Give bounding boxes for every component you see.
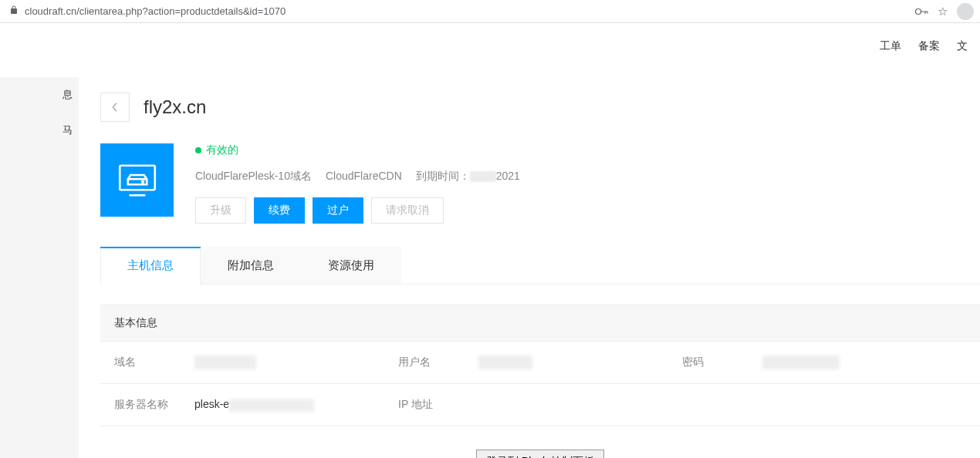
cell-ip: IP 地址 — [398, 398, 682, 412]
value-password-redacted — [762, 355, 840, 369]
svg-point-0 — [916, 8, 921, 14]
product-icon — [100, 143, 174, 217]
value-server-redacted — [229, 399, 314, 412]
tab-resource-usage[interactable]: 资源使用 — [301, 247, 401, 284]
summary-row: 有效的 CloudFlarePlesk-10域名 CloudFlareCDN 到… — [100, 143, 980, 224]
basic-info-section: 基本信息 域名 用户名 密码 服务器名称 plesk-e — [100, 305, 980, 458]
cell-empty — [682, 398, 966, 412]
value-domain-redacted — [194, 355, 256, 369]
star-icon[interactable]: ☆ — [938, 5, 948, 19]
sidebar-item-2[interactable]: 马 — [0, 113, 79, 148]
tab-addon-info[interactable]: 附加信息 — [201, 247, 301, 284]
summary-body: 有效的 CloudFlarePlesk-10域名 CloudFlareCDN 到… — [195, 143, 980, 224]
value-server: plesk-e — [194, 398, 314, 411]
meta-expire: 到期时间：2021 — [416, 170, 520, 184]
status-dot-icon — [195, 147, 201, 153]
key-icon[interactable] — [914, 5, 928, 18]
main-content: fly2x.cn 有效的 CloudFlarePlesk-10域名 CloudF… — [100, 93, 980, 458]
upgrade-button[interactable]: 升级 — [195, 197, 246, 224]
nav-docs[interactable]: 文 — [957, 39, 968, 53]
basic-info-title: 基本信息 — [100, 305, 980, 342]
svg-rect-1 — [120, 165, 155, 190]
info-row-2: 服务器名称 plesk-e IP 地址 — [100, 384, 980, 426]
left-sidebar: 息 马 — [0, 77, 79, 458]
label-password: 密码 — [682, 355, 736, 369]
nav-beian[interactable]: 备案 — [918, 39, 940, 53]
sidebar-item-1[interactable]: 息 — [0, 77, 79, 113]
back-button[interactable] — [100, 93, 130, 122]
redacted-date — [470, 171, 496, 182]
cancel-request-button[interactable]: 请求取消 — [371, 197, 444, 224]
plesk-login-button[interactable]: 登录到 Plesk 控制面板 — [476, 450, 604, 458]
transfer-button[interactable]: 过户 — [313, 197, 363, 224]
status-line: 有效的 — [195, 143, 980, 157]
renew-button[interactable]: 续费 — [254, 197, 305, 224]
cell-server: 服务器名称 plesk-e — [114, 398, 398, 412]
label-server: 服务器名称 — [114, 398, 168, 412]
addr-right-icons: ☆ — [914, 3, 974, 20]
cell-username: 用户名 — [398, 355, 682, 369]
value-username-redacted — [478, 355, 532, 369]
cell-domain: 域名 — [114, 355, 398, 369]
svg-point-2 — [141, 180, 143, 182]
status-text: 有效的 — [206, 143, 238, 157]
top-nav: 工单 备案 文 — [880, 23, 980, 69]
tabs: 主机信息 附加信息 资源使用 — [100, 247, 980, 285]
meta-product: CloudFlarePlesk-10域名 — [195, 170, 312, 184]
label-username: 用户名 — [398, 355, 452, 369]
title-row: fly2x.cn — [100, 93, 980, 122]
label-domain: 域名 — [114, 355, 168, 369]
meta-line: CloudFlarePlesk-10域名 CloudFlareCDN 到期时间：… — [195, 170, 980, 184]
footer-btn-row: 登录到 Plesk 控制面板 — [100, 450, 980, 458]
url-text[interactable]: cloudraft.cn/clientarea.php?action=produ… — [25, 5, 914, 17]
nav-tickets[interactable]: 工单 — [880, 39, 901, 53]
lock-icon — [9, 5, 19, 17]
info-row-1: 域名 用户名 密码 — [100, 342, 980, 384]
tab-host-info[interactable]: 主机信息 — [100, 247, 201, 284]
label-ip: IP 地址 — [398, 398, 452, 412]
meta-cdn: CloudFlareCDN — [326, 170, 402, 184]
page-title: fly2x.cn — [144, 96, 206, 118]
action-row: 升级 续费 过户 请求取消 — [195, 197, 980, 224]
profile-avatar-icon[interactable] — [957, 3, 974, 20]
browser-address-bar: cloudraft.cn/clientarea.php?action=produ… — [0, 0, 980, 23]
cell-password: 密码 — [682, 355, 966, 369]
